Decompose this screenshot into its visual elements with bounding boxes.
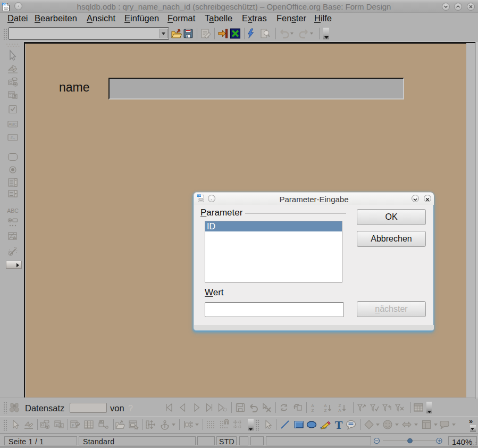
svg-text:#.,: #., xyxy=(11,135,15,140)
svg-text:F: F xyxy=(72,424,74,427)
svg-text:A: A xyxy=(324,403,327,408)
svg-text:Z: Z xyxy=(339,403,341,408)
svg-text:Z: Z xyxy=(324,408,327,413)
svg-text:F: F xyxy=(56,424,58,427)
svg-text:ODF: ODF xyxy=(3,3,8,5)
svg-text:A: A xyxy=(338,408,341,413)
svg-text:ABC: ABC xyxy=(7,208,19,214)
svg-text:Z: Z xyxy=(312,408,314,413)
svg-text:A: A xyxy=(311,403,314,408)
svg-text:T: T xyxy=(335,418,343,432)
svg-text:»: » xyxy=(469,417,473,425)
svg-text:ABC: ABC xyxy=(9,122,17,127)
svg-text:ODF: ODF xyxy=(198,194,203,197)
